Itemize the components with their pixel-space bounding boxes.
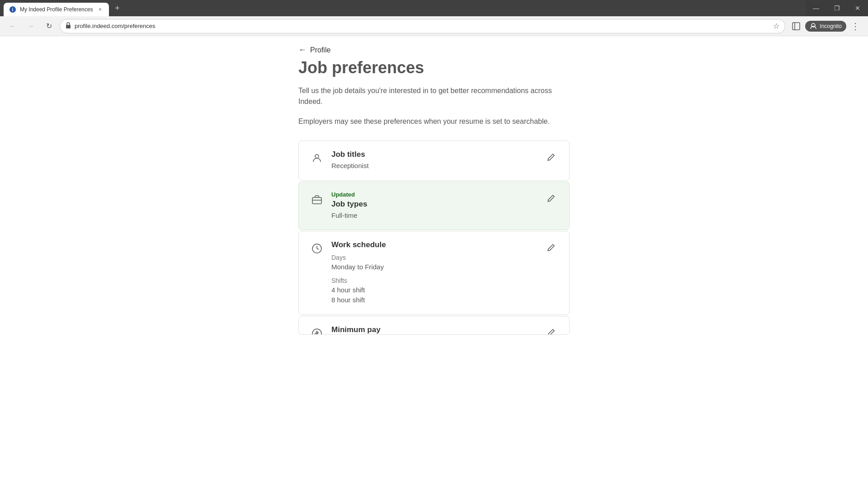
work-schedule-content: Work schedule Days Monday to Friday Shif…: [331, 240, 540, 305]
job-titles-label: Job titles: [331, 150, 540, 159]
employer-note: Employers may see these preferences when…: [298, 116, 570, 127]
tab-close-button[interactable]: ×: [96, 6, 104, 13]
incognito-label: Incognito: [820, 23, 842, 29]
shift-8hr-value: 8 hour shift: [331, 295, 540, 305]
sidebar-toggle-button[interactable]: [789, 19, 803, 33]
svg-rect-3: [793, 23, 800, 30]
minimize-button[interactable]: —: [806, 0, 826, 16]
svg-rect-2: [66, 25, 71, 28]
job-types-content: Updated Job types Full-time: [331, 191, 540, 221]
person-icon: [310, 151, 324, 165]
svg-rect-7: [312, 197, 321, 204]
shift-4hr-value: 4 hour shift: [331, 285, 540, 296]
incognito-badge[interactable]: Incognito: [805, 21, 846, 32]
job-types-section: Updated Job types Full-time: [298, 182, 570, 230]
shifts-label: Shifts: [331, 277, 540, 284]
refresh-button[interactable]: ↻: [42, 19, 56, 33]
job-titles-edit-button[interactable]: [544, 150, 558, 164]
page-heading: Job preferences: [298, 58, 570, 77]
minimum-pay-label: Minimum pay: [331, 325, 540, 334]
page-content: ← Profile Job preferences Tell us the jo…: [0, 36, 868, 488]
active-tab[interactable]: i My Indeed Profile Preferences ×: [4, 3, 109, 16]
work-schedule-section: Work schedule Days Monday to Friday Shif…: [298, 231, 570, 315]
nav-actions: Incognito ⋮: [789, 19, 863, 33]
window-controls: — ❐ ✕: [806, 0, 868, 16]
lock-icon: [66, 22, 71, 30]
job-types-value: Full-time: [331, 211, 540, 221]
work-schedule-edit-button[interactable]: [544, 240, 558, 255]
job-titles-section: Job titles Receptionist: [298, 141, 570, 181]
new-tab-button[interactable]: +: [111, 2, 123, 14]
updated-badge: Updated: [331, 191, 540, 198]
tab-favicon: i: [9, 6, 16, 13]
work-schedule-label: Work schedule: [331, 240, 540, 249]
money-icon: [310, 326, 324, 335]
job-titles-content: Job titles Receptionist: [331, 150, 540, 171]
job-types-edit-button[interactable]: [544, 191, 558, 206]
more-options-button[interactable]: ⋮: [848, 19, 863, 33]
navigation-bar: ← → ↻ ☆: [0, 16, 868, 36]
tab-title: My Indeed Profile Preferences: [20, 6, 93, 13]
briefcase-icon: [310, 192, 324, 206]
minimum-pay-section: Minimum pay: [298, 316, 570, 335]
url-input[interactable]: [75, 23, 769, 29]
job-types-label: Job types: [331, 200, 540, 209]
address-bar[interactable]: ☆: [60, 19, 785, 33]
svg-text:i: i: [12, 7, 14, 12]
days-value: Monday to Friday: [331, 262, 540, 272]
clock-icon: [310, 241, 324, 256]
back-arrow-icon: ←: [298, 45, 307, 55]
svg-point-6: [315, 155, 319, 158]
back-link-label: Profile: [310, 46, 330, 54]
close-button[interactable]: ✕: [847, 0, 868, 16]
bookmark-icon[interactable]: ☆: [773, 22, 779, 30]
forward-button[interactable]: →: [24, 19, 38, 33]
description-text: Tell us the job details you're intereste…: [298, 85, 570, 107]
maximize-button[interactable]: ❐: [826, 0, 847, 16]
job-titles-value: Receptionist: [331, 161, 540, 171]
minimum-pay-content: Minimum pay: [331, 325, 540, 335]
back-button[interactable]: ←: [5, 19, 20, 33]
minimum-pay-edit-button[interactable]: [544, 325, 558, 335]
days-label: Days: [331, 254, 540, 261]
back-to-profile-link[interactable]: ← Profile: [298, 45, 570, 55]
